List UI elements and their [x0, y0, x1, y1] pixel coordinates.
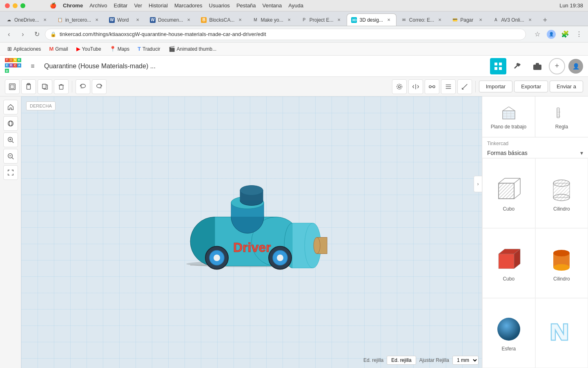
shape-cubo-grey[interactable]: Cubo [482, 158, 535, 228]
shape-esfera-blue[interactable]: Esfera [482, 298, 535, 368]
snap-button[interactable] [392, 79, 407, 94]
tab-pagar[interactable]: 💳 Pagar ✕ [448, 13, 488, 26]
tab-close-blocksca[interactable]: ✕ [237, 17, 243, 23]
view-home-button[interactable] [3, 100, 18, 114]
grid-view-button[interactable] [490, 58, 506, 74]
tab-word[interactable]: W Word ✕ [105, 13, 145, 26]
tab-project-e[interactable]: P Project E... ✕ [297, 13, 347, 26]
tab-label-make-yo: Make yo... [261, 17, 283, 23]
bookmark-button[interactable]: ☆ [532, 29, 543, 40]
bookmark-maps[interactable]: 📍 Maps [106, 45, 133, 53]
workspace-button[interactable] [5, 79, 20, 94]
tab-close-correo[interactable]: ✕ [437, 17, 443, 23]
briefcase-button[interactable] [529, 58, 546, 74]
shape-cubo-red[interactable]: Cubo [482, 228, 535, 298]
paste-button[interactable] [21, 79, 36, 94]
tab-blocksca[interactable]: B BlocksCA... ✕ [196, 13, 248, 26]
mirror-button[interactable] [408, 79, 423, 94]
forward-button[interactable]: › [17, 29, 29, 40]
tab-close-av3[interactable]: ✕ [527, 17, 533, 23]
tab-close-make-yo[interactable]: ✕ [286, 17, 292, 23]
tab-close-word[interactable]: ✕ [134, 17, 141, 23]
pestana-menu[interactable]: Pestaña [236, 2, 256, 9]
profile-button[interactable]: 👤 [546, 29, 557, 40]
bookmark-youtube[interactable]: ▶ YouTube [73, 45, 105, 53]
align-button[interactable] [441, 79, 456, 94]
tab-av3[interactable]: A AV3 Onli... ✕ [488, 13, 537, 26]
shape-cilindro-grey[interactable]: Cilindro [535, 158, 588, 228]
user-avatar[interactable]: 👤 [568, 59, 583, 74]
tab-onedrive[interactable]: ☁ OneDrive... ✕ [2, 13, 53, 26]
viewport[interactable]: DERECHA [21, 96, 482, 368]
marcadores-menu[interactable]: Marcadores [174, 2, 203, 9]
measure-button[interactable] [457, 79, 472, 94]
extensions-button[interactable]: 🧩 [559, 29, 571, 40]
tab-make-yo[interactable]: M Make yo... ✕ [248, 13, 296, 26]
apple-menu[interactable]: 🍎 [50, 2, 56, 9]
delete-button[interactable] [54, 79, 69, 94]
archivo-menu[interactable]: Archivo [89, 2, 107, 9]
new-tab-button[interactable]: + [539, 14, 551, 26]
shape-n-blue[interactable] [535, 298, 588, 368]
close-traffic-light[interactable] [5, 3, 10, 8]
tab-close-onedrive[interactable]: ✕ [42, 17, 48, 23]
hamburger-menu-button[interactable]: ≡ [26, 60, 39, 73]
tab-3d-design[interactable]: 3D 3D desig... ✕ [347, 13, 396, 26]
grid-size-select[interactable]: 1 mm [452, 356, 479, 365]
zoom-fit-button[interactable] [3, 165, 18, 180]
undo-button[interactable] [76, 79, 90, 94]
group-icon [428, 83, 436, 90]
usuarios-menu[interactable]: Usuarios [209, 2, 230, 9]
hammer-button[interactable] [510, 58, 526, 74]
shape-cilindro-orange[interactable]: Cilindro [535, 228, 588, 298]
bookmark-gmail-label: Gmail [55, 46, 68, 52]
tab-favicon-make-yo: M [252, 17, 258, 23]
zoom-in-button[interactable] [3, 132, 18, 147]
tab-close-documento[interactable]: ✕ [185, 17, 192, 23]
view-reset-button[interactable] [3, 116, 18, 131]
importar-button[interactable]: Importar [479, 81, 512, 92]
bookmark-aplicaciones[interactable]: ⊞ Aplicaciones [4, 45, 44, 53]
bookmark-gmail[interactable]: M Gmail [46, 45, 71, 53]
nav-bar: ‹ › ↻ 🔒 tinkercad.com/things/ktiaaoxscgW… [0, 26, 588, 43]
editar-menu[interactable]: Editar [114, 2, 127, 9]
minimize-traffic-light[interactable] [13, 3, 18, 8]
logo-d: D [5, 69, 9, 73]
plano-de-trabajo-button[interactable]: Plano de trabajo [482, 96, 535, 137]
tab-favicon-project-e: P [301, 17, 307, 23]
ayuda-menu[interactable]: Ayuda [288, 2, 303, 9]
view-label: DERECHA [26, 101, 56, 110]
back-button[interactable]: ‹ [3, 29, 15, 40]
redo-button[interactable] [92, 79, 107, 94]
group-button[interactable] [425, 79, 439, 94]
tab-close-3d-design[interactable]: ✕ [385, 17, 392, 23]
reload-button[interactable]: ↻ [31, 29, 42, 40]
zoom-out-button[interactable] [3, 149, 18, 164]
tab-in-tercero[interactable]: 📋 in_tercero... ✕ [53, 13, 105, 26]
tab-correo[interactable]: ✉ Correo: E... ✕ [396, 13, 448, 26]
collapse-panel-button[interactable]: › [474, 176, 482, 192]
tab-close-pagar[interactable]: ✕ [477, 17, 484, 23]
tinkercad-logo[interactable]: T I N K E R C A D [5, 58, 21, 74]
tab-close-in-tercero[interactable]: ✕ [94, 17, 100, 23]
historial-menu[interactable]: Historial [149, 2, 168, 9]
tab-documento[interactable]: W Documen... ✕ [145, 13, 196, 26]
shape-category-arrow[interactable]: ▾ [580, 150, 583, 156]
zoom-out-icon [7, 153, 14, 160]
tab-close-project-e[interactable]: ✕ [336, 17, 342, 23]
bookmark-animated[interactable]: 🎬 Animated thumb... [165, 45, 220, 53]
ver-menu[interactable]: Ver [134, 2, 142, 9]
address-bar[interactable]: 🔒 tinkercad.com/things/ktiaaoxscgW-quara… [45, 29, 526, 40]
maximize-traffic-light[interactable] [20, 3, 25, 8]
shape-category-selector[interactable]: Formas básicas ▾ [482, 148, 588, 158]
chrome-menu[interactable]: Chrome [63, 2, 83, 9]
add-user-button[interactable]: + [549, 58, 565, 74]
enviar-a-button[interactable]: Enviar a [550, 81, 583, 92]
copy-button[interactable] [38, 79, 52, 94]
exportar-button[interactable]: Exportar [514, 81, 548, 92]
menu-button[interactable]: ⋮ [573, 29, 585, 40]
bookmark-traducir[interactable]: T Traducir [134, 45, 164, 53]
ventana-menu[interactable]: Ventana [263, 2, 282, 9]
regla-button[interactable]: Regla [535, 96, 588, 137]
ed-rejilla-button[interactable]: Ed. rejilla [387, 356, 416, 365]
